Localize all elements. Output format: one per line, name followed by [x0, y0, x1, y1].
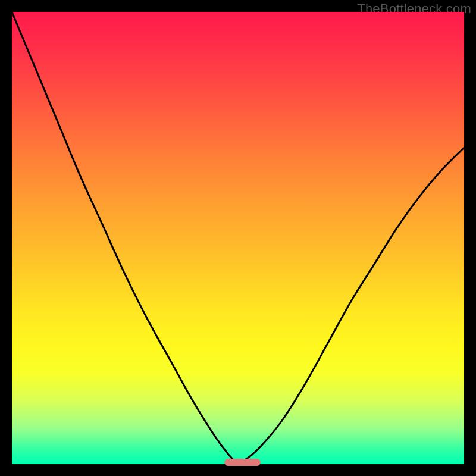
right-branch-curve — [238, 148, 464, 464]
optimal-range-marker — [224, 459, 261, 466]
chart-frame: TheBottleneck.com — [0, 0, 476, 476]
curve-layer — [12, 12, 464, 464]
left-branch-curve — [12, 12, 238, 464]
plot-area — [12, 12, 464, 464]
